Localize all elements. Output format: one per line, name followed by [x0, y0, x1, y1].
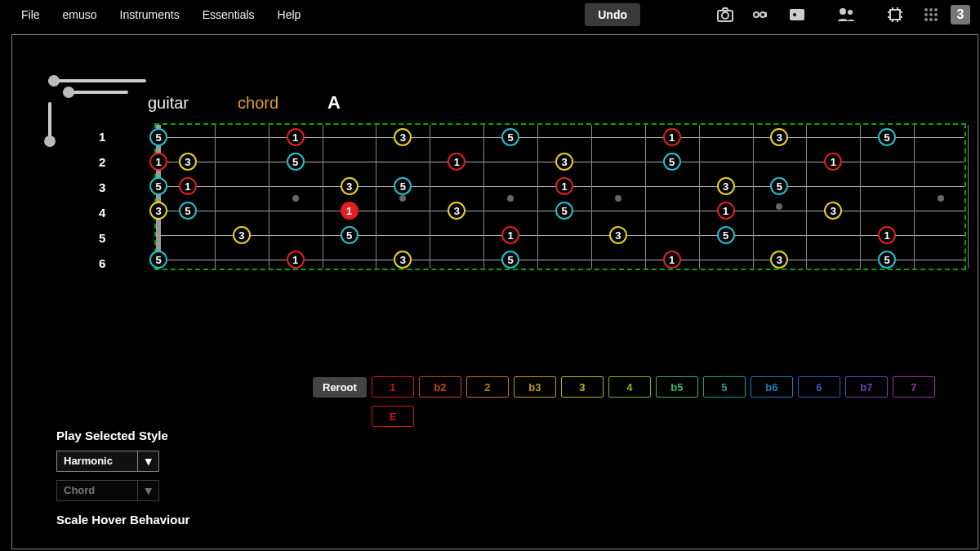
fret-note[interactable]: 5	[179, 202, 197, 220]
interval-1[interactable]: 1	[372, 376, 414, 398]
fret-line	[323, 125, 323, 269]
settings-icon[interactable]	[784, 2, 810, 28]
fret-note[interactable]: 3	[448, 202, 466, 220]
fret-note[interactable]: 1	[878, 226, 896, 244]
fret-note[interactable]: 3	[824, 202, 842, 220]
fret-note[interactable]: 1	[555, 177, 573, 195]
fret-note[interactable]: 1	[341, 202, 359, 220]
string-number: 2	[99, 155, 105, 169]
fret-note[interactable]: 1	[287, 251, 305, 269]
fret-note[interactable]: 3	[149, 202, 167, 220]
fret-note[interactable]: 5	[394, 177, 412, 195]
interval-7[interactable]: 7	[893, 376, 935, 398]
interval-b7[interactable]: b7	[845, 376, 888, 398]
fret-note[interactable]: 3	[609, 226, 627, 244]
menu-instruments[interactable]: Instruments	[109, 3, 191, 26]
fret-note[interactable]: 3	[717, 177, 735, 195]
slider-vertical[interactable]	[48, 102, 51, 143]
fret-note[interactable]: 5	[287, 153, 305, 171]
fret-note[interactable]: 1	[179, 177, 197, 195]
fret-note[interactable]: 3	[394, 251, 412, 269]
svg-point-6	[840, 8, 846, 15]
svg-point-17	[934, 18, 938, 21]
undo-button[interactable]: Undo	[585, 3, 640, 26]
fret-note[interactable]: 1	[287, 128, 305, 146]
slider-2[interactable]	[63, 91, 128, 94]
fret-note[interactable]: 5	[717, 226, 735, 244]
svg-point-5	[793, 13, 796, 16]
note-button-e[interactable]: E	[372, 406, 414, 427]
interval-b2[interactable]: b2	[419, 376, 461, 398]
fret-marker	[776, 203, 782, 210]
interval-b5[interactable]: b5	[656, 376, 698, 398]
fret-line	[591, 125, 592, 269]
fret-note[interactable]: 3	[394, 128, 412, 146]
string-number: 1	[99, 130, 105, 144]
scale-hover-label: Scale Hover Behaviour	[56, 513, 189, 527]
string-number: 5	[99, 231, 105, 245]
fret-note[interactable]: 5	[878, 128, 896, 146]
fret-marker	[399, 195, 406, 202]
fret-note[interactable]: 5	[663, 153, 681, 171]
interval-3[interactable]: 3	[561, 376, 604, 398]
fret-note[interactable]: 5	[149, 177, 167, 195]
fret-note[interactable]: 3	[233, 226, 251, 244]
chip-icon[interactable]	[882, 2, 908, 28]
grid-icon[interactable]	[918, 2, 944, 28]
interval-4[interactable]: 4	[608, 376, 651, 398]
camera-icon[interactable]	[712, 2, 738, 28]
menu-file[interactable]: File	[10, 3, 51, 26]
fret-note[interactable]: 3	[770, 251, 788, 269]
svg-point-10	[929, 8, 933, 11]
fret-note[interactable]: 5	[149, 128, 167, 146]
fret-note[interactable]: 1	[149, 153, 167, 171]
chevron-down-icon: ▾	[137, 481, 158, 500]
fret-note[interactable]: 1	[448, 153, 466, 171]
fret-note[interactable]: 1	[717, 202, 735, 220]
fret-note[interactable]: 1	[663, 128, 681, 146]
people-icon[interactable]	[833, 2, 859, 28]
svg-point-7	[848, 10, 853, 15]
preset-badge[interactable]: 3	[951, 5, 970, 24]
style-dropdown[interactable]: Harmonic ▾	[56, 451, 159, 472]
interval-b6[interactable]: b6	[751, 376, 793, 398]
reroot-button[interactable]: Reroot	[313, 377, 367, 398]
fretboard[interactable]: 5153531531513153531351531531513153531351…	[154, 123, 966, 270]
svg-point-15	[924, 18, 928, 21]
fret-note[interactable]: 1	[824, 153, 842, 171]
fret-note[interactable]: 3	[555, 153, 573, 171]
string-line	[156, 137, 964, 138]
fret-note[interactable]: 3	[770, 128, 788, 146]
svg-rect-8	[890, 10, 900, 20]
interval-5[interactable]: 5	[703, 376, 746, 398]
fret-note[interactable]: 5	[501, 251, 519, 269]
fret-note[interactable]: 1	[501, 226, 519, 244]
interval-2[interactable]: 2	[466, 376, 509, 398]
fret-note[interactable]: 5	[341, 226, 359, 244]
svg-point-12	[924, 13, 928, 16]
record-icon[interactable]	[748, 2, 774, 28]
string-line	[156, 235, 964, 236]
string-number: 6	[99, 256, 105, 270]
fret-note[interactable]: 3	[341, 177, 359, 195]
fret-note[interactable]: 5	[149, 251, 167, 269]
fret-note[interactable]: 5	[501, 128, 519, 146]
fret-marker	[507, 195, 514, 202]
root-note-label: A	[327, 92, 341, 113]
menu-essentials[interactable]: Essentials	[191, 3, 266, 26]
slider-1[interactable]	[48, 79, 146, 82]
instrument-label: guitar	[148, 94, 189, 113]
interval-b3[interactable]: b3	[514, 376, 556, 398]
fret-note[interactable]: 5	[878, 251, 896, 269]
svg-point-3	[760, 12, 765, 17]
string-number: 3	[99, 180, 105, 194]
fret-marker	[292, 195, 299, 202]
menu-help[interactable]: Help	[266, 3, 313, 26]
play-style-label: Play Selected Style	[56, 429, 189, 442]
fret-note[interactable]: 5	[770, 177, 788, 195]
menu-emuso[interactable]: emuso	[51, 3, 109, 26]
fret-note[interactable]: 1	[663, 251, 681, 269]
interval-6[interactable]: 6	[798, 376, 840, 398]
fret-note[interactable]: 5	[555, 202, 573, 220]
fret-note[interactable]: 3	[179, 153, 197, 171]
